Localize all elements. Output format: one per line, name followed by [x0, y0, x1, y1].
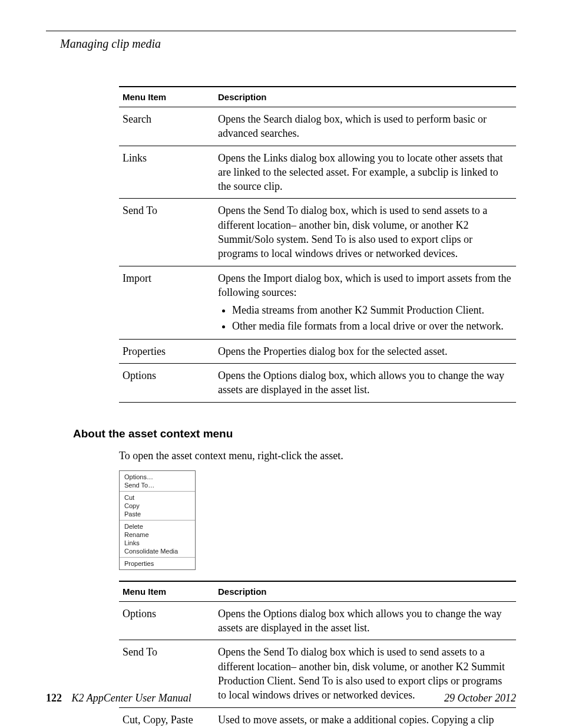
table1-row3-list: Media streams from another K2 Summit Pro… [218, 303, 513, 333]
context-menu-item: Links [120, 539, 195, 547]
menu-group: Cut Copy Paste [120, 491, 195, 520]
intro-paragraph: To open the asset context menu, right-cl… [119, 450, 516, 462]
table-row: Options Opens the Options dialog box, wh… [119, 364, 516, 403]
context-menu-item: Cut [120, 493, 195, 502]
table2-row0-desc: Opens the Options dialog box which allow… [214, 601, 516, 640]
table-row: Import Opens the Import dialog box, whic… [119, 266, 516, 339]
table1-header-menu: Menu Item [119, 87, 214, 107]
manual-title: K2 AppCenter User Manual [72, 692, 191, 704]
list-item: Media streams from another K2 Summit Pro… [232, 303, 513, 317]
table1-row3-intro: Opens the Import dialog box, which is us… [218, 272, 511, 298]
list-item: Other media file formats from a local dr… [232, 319, 513, 333]
table1-header-desc: Description [214, 87, 516, 107]
table1-row0-desc: Opens the Search dialog box, which is us… [214, 107, 516, 146]
context-menu-item: Delete [120, 522, 195, 531]
running-head: Managing clip media [60, 37, 516, 51]
table1-row3-desc: Opens the Import dialog box, which is us… [214, 266, 516, 339]
table1-row4-menu: Properties [119, 339, 214, 363]
table1-row4-desc: Opens the Properties dialog box for the … [214, 339, 516, 363]
top-rule [46, 31, 516, 31]
context-menu-item: Rename [120, 531, 195, 539]
table1-row1-menu: Links [119, 146, 214, 199]
menu-group: Properties [120, 557, 195, 569]
table1-row3-menu: Import [119, 266, 214, 339]
table-row: Cut, Copy, Paste Used to move assets, or… [119, 707, 516, 728]
context-menu-item: Send To… [120, 481, 195, 489]
page: Managing clip media Menu Item Descriptio… [0, 0, 562, 728]
section-heading: About the asset context menu [73, 427, 516, 440]
footer-date: 29 October 2012 [444, 692, 516, 704]
table1-wrapper: Menu Item Description Search Opens the S… [119, 86, 516, 403]
table-row: Options Opens the Options dialog box whi… [119, 601, 516, 640]
menu-table-1: Menu Item Description Search Opens the S… [119, 86, 516, 403]
table2-row0-menu: Options [119, 601, 214, 640]
page-footer: 122 K2 AppCenter User Manual 29 October … [46, 692, 516, 704]
table2-row2-menu: Cut, Copy, Paste [119, 707, 214, 728]
table-row: Links Opens the Links dialog box allowin… [119, 146, 516, 199]
table1-row5-menu: Options [119, 364, 214, 403]
menu-group: Delete Rename Links Consolidate Media [120, 520, 195, 557]
page-number: 122 [46, 692, 62, 704]
table2-wrapper: Menu Item Description Options Opens the … [119, 581, 516, 728]
table2-header-desc: Description [214, 581, 516, 602]
table2-row2-desc: Used to move assets, or make a additiona… [214, 707, 516, 728]
context-menu-item: Properties [120, 559, 195, 568]
table1-row2-menu: Send To [119, 199, 214, 266]
context-menu-item: Paste [120, 510, 195, 518]
table1-row0-menu: Search [119, 107, 214, 146]
table-row: Properties Opens the Properties dialog b… [119, 339, 516, 363]
table-row: Search Opens the Search dialog box, whic… [119, 107, 516, 146]
menu-group: Options… Send To… [120, 471, 195, 491]
table-row: Send To Opens the Send To dialog box, wh… [119, 199, 516, 266]
context-menu-item: Consolidate Media [120, 547, 195, 555]
context-menu-figure: Options… Send To… Cut Copy Paste Delete … [119, 470, 196, 570]
menu-table-2: Menu Item Description Options Opens the … [119, 581, 516, 728]
table1-row5-desc: Opens the Options dialog box, which allo… [214, 364, 516, 403]
table1-row2-desc: Opens the Send To dialog box, which is u… [214, 199, 516, 266]
context-menu-item: Options… [120, 473, 195, 481]
table2-header-menu: Menu Item [119, 581, 214, 602]
table1-row1-desc: Opens the Links dialog box allowing you … [214, 146, 516, 199]
context-menu-item: Copy [120, 502, 195, 510]
